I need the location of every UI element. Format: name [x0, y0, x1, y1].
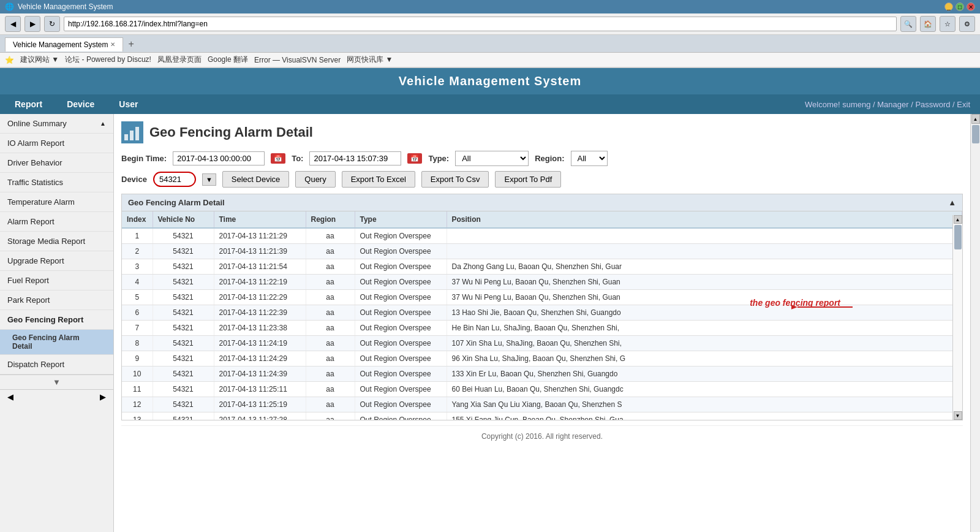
query-button[interactable]: Query — [295, 171, 335, 188]
sidebar-item-alarm-report[interactable]: Alarm Report — [0, 212, 113, 232]
export-pdf-button[interactable]: Export To Pdf — [495, 171, 561, 188]
sidebar-left-icon[interactable]: ◀ — [7, 392, 13, 401]
page-scroll-up-btn[interactable]: ▲ — [971, 114, 980, 124]
sidebar-item-dispatch-report[interactable]: Dispatch Report — [0, 355, 113, 374]
sidebar-item-storage-media[interactable]: Storage Media Report — [0, 232, 113, 251]
device-input[interactable] — [153, 172, 196, 187]
cell-vehicle: 54321 — [153, 351, 214, 367]
nav-device[interactable]: Device — [62, 97, 99, 112]
page-scrollbar-thumb[interactable] — [972, 125, 979, 143]
cell-index: 11 — [122, 382, 153, 397]
sidebar-item-online-summary[interactable]: Online Summary ▲ — [0, 114, 113, 134]
table-row: 7 54321 2017-04-13 11:23:38 aa Out Regio… — [122, 321, 962, 336]
table-scrollbar-thumb[interactable] — [954, 225, 962, 249]
table-scroll-up-btn[interactable]: ▲ — [954, 215, 962, 224]
sidebar-scroll-arrows[interactable]: ◀ ▶ — [0, 389, 113, 404]
bookmark-google[interactable]: Google 翻译 — [208, 55, 248, 65]
tab-title: Vehicle Management System — [13, 40, 108, 49]
sidebar-item-driver-behavior[interactable]: Driver Behavior — [0, 153, 113, 173]
sidebar-item-temperature-alarm[interactable]: Temperature Alarm — [0, 192, 113, 212]
forward-button[interactable]: ▶ — [24, 16, 40, 32]
select-device-button[interactable]: Select Device — [222, 171, 289, 188]
active-tab[interactable]: Vehicle Management System ✕ — [5, 37, 123, 51]
cell-position[interactable]: He Bin Nan Lu, ShaJing, Baoan Qu, Shenzh… — [447, 321, 962, 336]
url-input[interactable] — [64, 17, 897, 31]
table-scroll-up-icon[interactable]: ▲ — [948, 198, 956, 207]
table-scrollbar[interactable]: ▲ ▼ — [952, 215, 962, 420]
refresh-button[interactable]: ↻ — [44, 16, 60, 32]
close-button[interactable]: ✕ — [967, 2, 975, 11]
col-type: Type — [355, 211, 447, 228]
star-icon[interactable]: ☆ — [940, 16, 956, 32]
search-icon[interactable]: 🔍 — [900, 16, 916, 32]
cell-position[interactable]: 37 Wu Ni Peng Lu, Baoan Qu, Shenzhen Shi… — [447, 275, 962, 290]
sidebar-item-geo-fencing[interactable]: Geo Fencing Report — [0, 310, 113, 330]
begin-time-input[interactable] — [173, 151, 265, 165]
cell-time: 2017-04-13 11:27:28 — [214, 412, 306, 420]
cell-region: aa — [306, 290, 355, 305]
sidebar-item-fuel-report[interactable]: Fuel Report — [0, 271, 113, 291]
cell-time: 2017-04-13 11:25:11 — [214, 382, 306, 397]
cell-region: aa — [306, 275, 355, 290]
sidebar-sub-geo-fencing-alarm[interactable]: Geo Fencing Alarm Detail — [0, 330, 113, 355]
minimize-button[interactable]: _ — [944, 2, 953, 11]
table-row: 3 54321 2017-04-13 11:21:54 aa Out Regio… — [122, 259, 962, 275]
page-scrollbar[interactable]: ▲ ▼ — [970, 114, 980, 532]
bookmark-luntan[interactable]: 论坛 - Powered by Discuz! — [65, 55, 151, 65]
cell-position[interactable]: 107 Xin Sha Lu, ShaJing, Baoan Qu, Shenz… — [447, 336, 962, 351]
cell-type: Out Region Overspee — [355, 367, 447, 382]
cell-position[interactable]: Da Zhong Gang Lu, Baoan Qu, Shenzhen Shi… — [447, 259, 962, 275]
back-button[interactable]: ◀ — [5, 16, 21, 32]
region-select[interactable]: All — [571, 151, 608, 166]
home-icon[interactable]: 🏠 — [920, 16, 936, 32]
region-label: Region: — [535, 154, 564, 163]
nav-report[interactable]: Report — [10, 97, 47, 112]
to-time-calendar-button[interactable]: 📅 — [407, 153, 422, 164]
cell-time: 2017-04-13 11:22:29 — [214, 290, 306, 305]
cell-position[interactable]: Yang Xia San Qu Liu Xiang, Baoan Qu, She… — [447, 397, 962, 412]
nav-user[interactable]: User — [114, 97, 143, 112]
cell-type: Out Region Overspee — [355, 259, 447, 275]
cell-region: aa — [306, 259, 355, 275]
table-row: 9 54321 2017-04-13 11:24:29 aa Out Regio… — [122, 351, 962, 367]
cell-position[interactable]: 60 Bei Huan Lu, Baoan Qu, Shenzhen Shi, … — [447, 382, 962, 397]
sidebar-item-traffic-statistics[interactable]: Traffic Statistics — [0, 173, 113, 192]
svg-rect-2 — [130, 131, 134, 140]
table-scroll-down-btn[interactable]: ▼ — [954, 411, 962, 420]
bookmark-fenghuang[interactable]: 凤凰登录页面 — [157, 55, 202, 65]
cell-type: Out Region Overspee — [355, 275, 447, 290]
welcome-text: Welcome! sumeng / Manager / Password / E… — [805, 100, 970, 109]
type-select[interactable]: All In Region Out Region — [455, 151, 529, 166]
cell-position[interactable]: 37 Wu Ni Peng Lu, Baoan Qu, Shenzhen Shi… — [447, 290, 962, 305]
title-bar-left: 🌐 Vehicle Management System — [5, 2, 113, 11]
cell-position[interactable]: 133 Xin Er Lu, Baoan Qu, Shenzhen Shi, G… — [447, 367, 962, 382]
sidebar-scroll-down[interactable]: ▼ — [0, 374, 113, 389]
cell-position[interactable]: 96 Xin Sha Lu, ShaJing, Baoan Qu, Shenzh… — [447, 351, 962, 367]
maximize-button[interactable]: □ — [956, 2, 964, 11]
bookmark-error[interactable]: Error — VisualSVN Server — [254, 56, 341, 64]
sidebar-item-park-report[interactable]: Park Report — [0, 291, 113, 310]
new-tab-button[interactable]: + — [123, 36, 138, 52]
begin-time-calendar-button[interactable]: 📅 — [271, 153, 285, 164]
export-csv-button[interactable]: Export To Csv — [421, 171, 489, 188]
tab-close-icon[interactable]: ✕ — [110, 41, 115, 48]
col-region: Region — [306, 211, 355, 228]
cell-type: Out Region Overspee — [355, 412, 447, 420]
device-label: Device — [121, 175, 147, 184]
sidebar-right-icon[interactable]: ▶ — [100, 392, 106, 401]
content-area: Geo Fencing Alarm Detail Begin Time: 📅 T… — [114, 114, 970, 532]
cell-region: aa — [306, 367, 355, 382]
bookmark-jianyiwangzhan[interactable]: 建议网站 ▼ — [20, 55, 59, 65]
filter-row-2: Device ▼ Select Device Query Export To E… — [121, 171, 963, 188]
device-dropdown-button[interactable]: ▼ — [202, 173, 216, 186]
cell-type: Out Region Overspee — [355, 351, 447, 367]
sidebar-item-upgrade-report[interactable]: Upgrade Report — [0, 251, 113, 271]
cell-vehicle: 54321 — [153, 336, 214, 351]
bookmark-kuaixun[interactable]: 网页快讯库 ▼ — [347, 55, 393, 65]
cell-position[interactable]: 13 Hao Shi Jie, Baoan Qu, Shenzhen Shi, … — [447, 305, 962, 321]
export-excel-button[interactable]: Export To Excel — [342, 171, 415, 188]
sidebar-item-io-alarm[interactable]: IO Alarm Report — [0, 134, 113, 153]
tools-icon[interactable]: ⚙ — [959, 16, 975, 32]
to-time-input[interactable] — [309, 151, 401, 165]
cell-position[interactable]: 155 Xi Fang Jiu Cun, Baoan Qu, Shenzhen … — [447, 412, 962, 420]
